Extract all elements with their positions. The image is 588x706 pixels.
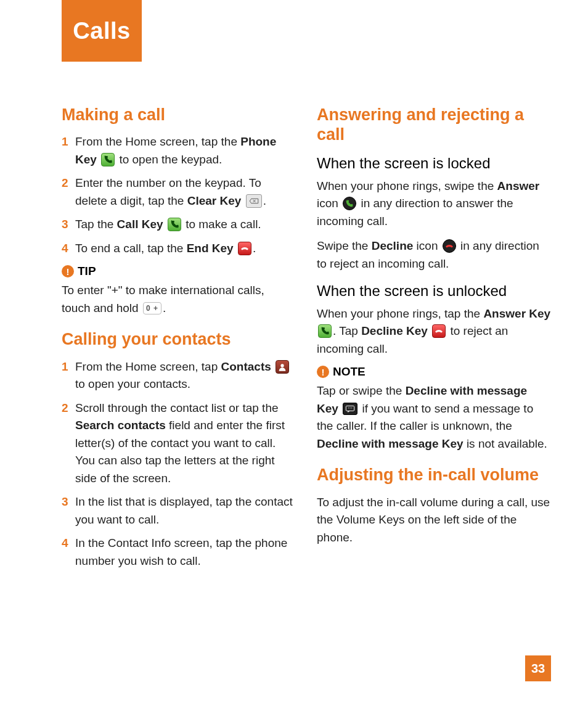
end-key-icon <box>238 242 251 255</box>
step-body: To end a call, tap the End Key . <box>75 240 296 258</box>
note-text: Tap or swipe the Decline with message Ke… <box>317 382 551 453</box>
note-label: NOTE <box>333 365 365 379</box>
step-number: 1 <box>62 358 70 393</box>
list-item: 1 From the Home screen, tap Contacts to … <box>62 358 296 393</box>
making-call-steps: 1 From the Home screen, tap the Phone Ke… <box>62 133 296 257</box>
paragraph: When your phone rings, tap the Answer Ke… <box>317 305 551 358</box>
list-item: 2 Scroll through the contact list or tap… <box>62 400 296 488</box>
step-body: Tap the Call Key to make a call. <box>75 216 296 234</box>
section-heading-answer-reject: Answering and rejecting a call <box>317 105 551 145</box>
call-key-icon <box>168 218 181 231</box>
list-item: 4 To end a call, tap the End Key . <box>62 240 296 258</box>
list-item: 3 In the list that is displayed, tap the… <box>62 493 296 528</box>
left-column: Making a call 1 From the Home screen, ta… <box>62 105 296 577</box>
paragraph: Swipe the Decline icon in any direction … <box>317 237 551 273</box>
step-number: 2 <box>62 400 70 488</box>
section-heading-volume: Adjusting the in-call volume <box>317 465 551 485</box>
step-body: Scroll through the contact list or tap t… <box>75 400 296 488</box>
alert-icon: ! <box>317 366 329 378</box>
zero-plus-key-icon: 0 + <box>143 302 161 314</box>
calling-contacts-steps: 1 From the Home screen, tap Contacts to … <box>62 358 296 570</box>
contacts-icon <box>276 360 289 374</box>
decline-key-icon <box>432 324 446 338</box>
section-heading-making-call: Making a call <box>62 105 296 125</box>
step-body: From the Home screen, tap Contacts to op… <box>75 358 296 393</box>
decline-message-icon <box>343 403 357 415</box>
svg-point-2 <box>348 408 349 408</box>
step-body: In the Contact Info screen, tap the phon… <box>75 535 296 570</box>
alert-icon: ! <box>62 265 74 277</box>
right-column: Answering and rejecting a call When the … <box>317 105 551 577</box>
content-columns: Making a call 1 From the Home screen, ta… <box>62 105 551 577</box>
note-header: ! NOTE <box>317 365 551 379</box>
chapter-title-block: Calls <box>62 0 142 62</box>
subsection-unlocked: When the screen is unlocked <box>317 282 551 300</box>
step-number: 4 <box>62 535 70 570</box>
step-number: 3 <box>62 493 70 528</box>
tip-label: TIP <box>78 265 96 278</box>
list-item: 1 From the Home screen, tap the Phone Ke… <box>62 133 296 168</box>
paragraph: When your phone rings, swipe the Answer … <box>317 178 551 231</box>
answer-swipe-icon <box>343 197 356 210</box>
phone-key-icon <box>101 153 115 166</box>
svg-point-4 <box>351 408 352 408</box>
tip-text: To enter "+" to make international calls… <box>62 282 296 317</box>
step-number: 3 <box>62 216 70 234</box>
decline-swipe-icon <box>443 239 456 253</box>
step-body: Enter the number on the keypad. To delet… <box>75 174 296 210</box>
tip-header: ! TIP <box>62 265 296 278</box>
step-body: From the Home screen, tap the Phone Key … <box>75 133 296 168</box>
list-item: 3 Tap the Call Key to make a call. <box>62 216 296 234</box>
list-item: 4 In the Contact Info screen, tap the ph… <box>62 535 296 570</box>
step-number: 1 <box>62 133 70 168</box>
section-heading-calling-contacts: Calling your contacts <box>62 329 296 349</box>
answer-key-icon <box>318 324 332 338</box>
step-number: 2 <box>62 174 70 210</box>
list-item: 2 Enter the number on the keypad. To del… <box>62 174 296 210</box>
clear-key-icon <box>246 194 262 208</box>
svg-point-3 <box>349 408 350 408</box>
step-number: 4 <box>62 240 70 258</box>
chapter-title: Calls <box>73 18 130 44</box>
page-number: 33 <box>525 655 551 681</box>
paragraph: To adjust the in-call volume during a ca… <box>317 494 551 547</box>
step-body: In the list that is displayed, tap the c… <box>75 493 296 528</box>
manual-page: Calls Making a call 1 From the Home scre… <box>0 0 588 706</box>
subsection-locked: When the screen is locked <box>317 155 551 173</box>
svg-point-0 <box>280 364 284 367</box>
